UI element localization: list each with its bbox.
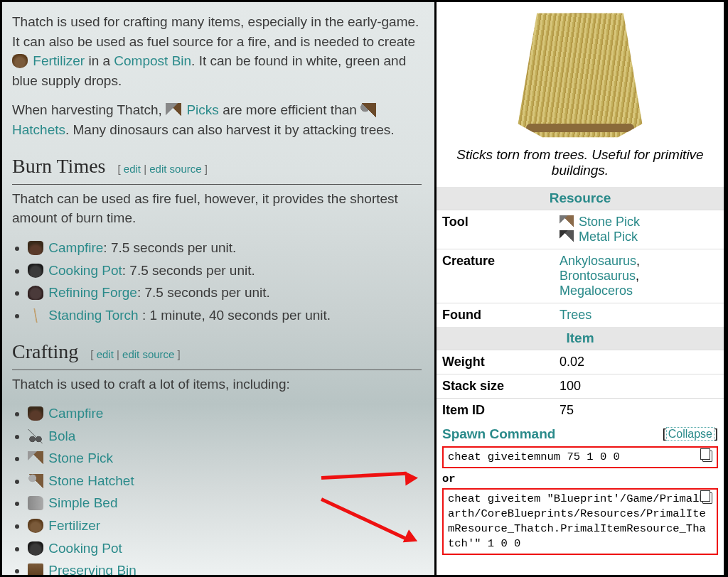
row-weight: Weight 0.02 — [437, 350, 724, 374]
article-body: Thatch is used for crafting many items, … — [2, 2, 434, 575]
item-image-wrap — [437, 2, 724, 144]
burn-list: Campfire: 7.5 seconds per unit. Cooking … — [28, 238, 422, 325]
bola-icon — [28, 429, 43, 443]
list-item: Stone Pick — [28, 448, 422, 468]
row-item-id: Item ID 75 — [437, 398, 724, 422]
spawn-command-label: Spawn Command — [442, 426, 555, 442]
link-ankylosaurus[interactable]: Ankylosaurus — [560, 254, 636, 268]
link-craft-preserving-bin[interactable]: Preserving Bin — [48, 563, 136, 575]
fertilizer-icon — [12, 54, 28, 68]
spawn-command-2: cheat giveitem "Blueprint'/Game/PrimalEa… — [442, 488, 718, 555]
editsrc-burn[interactable]: edit source — [149, 163, 201, 175]
link-craft-bola[interactable]: Bola — [48, 428, 75, 443]
list-item: Preserving Bin — [28, 561, 422, 575]
list-item: Cooking Pot: 7.5 seconds per unit. — [28, 261, 422, 281]
intro-para-1: Thatch is used for crafting many items, … — [12, 12, 422, 90]
edit-links-burn: [ edit | edit source ] — [118, 163, 208, 175]
list-item: Bola — [28, 426, 422, 446]
preserving-bin-icon — [28, 563, 43, 575]
link-campfire[interactable]: Campfire — [48, 240, 103, 255]
row-creature: Creature Ankylosaurus, Brontosaurus, Meg… — [437, 249, 724, 303]
thatch-image — [513, 5, 648, 140]
link-picks[interactable]: Picks — [186, 102, 218, 117]
link-craft-campfire[interactable]: Campfire — [48, 406, 103, 421]
standing-torch-icon — [28, 308, 43, 323]
spawn-command-1: cheat giveitemnum 75 1 0 0 — [442, 446, 718, 468]
list-item: Campfire: 7.5 seconds per unit. — [28, 238, 422, 258]
link-craft-fertilizer[interactable]: Fertilizer — [48, 518, 100, 533]
burn-intro: Thatch can be used as fire fuel, however… — [12, 189, 422, 228]
row-tool: Tool Stone Pick Metal Pick — [437, 210, 724, 249]
edit-links-craft: [ edit | edit source ] — [90, 348, 180, 360]
simple-bed-icon — [28, 496, 43, 510]
row-stack: Stack size 100 — [437, 374, 724, 398]
metal-pick-icon — [560, 230, 574, 243]
pick-icon — [166, 103, 181, 117]
stone-pick-icon — [560, 215, 574, 228]
section-item: Item — [437, 327, 724, 350]
list-item: Cooking Pot — [28, 539, 422, 559]
heading-crafting: Crafting [ edit | edit source ] — [12, 338, 422, 370]
infobox: Sticks torn from trees. Useful for primi… — [434, 2, 726, 575]
link-cooking-pot[interactable]: Cooking Pot — [48, 263, 122, 278]
fertilizer-icon — [28, 519, 43, 533]
link-fertilizer[interactable]: Fertilizer — [33, 53, 85, 68]
link-hatchets[interactable]: Hatchets — [12, 122, 65, 137]
link-compost-bin[interactable]: Compost Bin — [114, 53, 191, 68]
list-item: Standing Torch : 1 minute, 40 seconds pe… — [28, 306, 422, 325]
row-found: Found Trees — [437, 303, 724, 327]
list-item: Campfire — [28, 404, 422, 424]
cooking-pot-icon — [28, 541, 43, 556]
editsrc-craft[interactable]: edit source — [122, 348, 174, 360]
link-craft-stone-pick[interactable]: Stone Pick — [48, 451, 113, 465]
heading-burn-times: Burn Times [ edit | edit source ] — [12, 152, 422, 185]
campfire-icon — [28, 406, 43, 421]
collapse-button[interactable]: Collapse — [666, 427, 714, 441]
link-craft-stone-hatchet[interactable]: Stone Hatchet — [48, 473, 134, 488]
link-brontosaurus[interactable]: Brontosaurus — [560, 269, 636, 283]
link-craft-simple-bed[interactable]: Simple Bed — [48, 495, 117, 510]
copy-icon[interactable] — [702, 451, 712, 462]
hatchet-icon — [360, 103, 376, 117]
stone-hatchet-icon — [28, 474, 43, 488]
edit-craft[interactable]: edit — [97, 348, 114, 360]
row-spawn-command: Spawn Command [Collapse] — [437, 422, 724, 445]
cooking-pot-icon — [28, 264, 43, 278]
list-item: Stone Hatchet — [28, 471, 422, 491]
list-item: Fertilizer — [28, 516, 422, 536]
list-item: Refining Forge: 7.5 seconds per unit. — [28, 283, 422, 303]
link-refining-forge[interactable]: Refining Forge — [48, 285, 137, 300]
link-trees[interactable]: Trees — [560, 308, 592, 322]
list-item: Simple Bed — [28, 493, 422, 513]
craft-list: Campfire Bola Stone Pick Stone Hatchet S… — [28, 404, 422, 575]
section-resource: Resource — [437, 187, 724, 210]
link-standing-torch[interactable]: Standing Torch — [48, 308, 138, 323]
item-caption: Sticks torn from trees. Useful for primi… — [437, 144, 724, 187]
intro-para-2: When harvesting Thatch, Picks are more e… — [12, 100, 422, 139]
link-metal-pick[interactable]: Metal Pick — [579, 230, 638, 244]
spawn-or: or — [442, 473, 718, 485]
link-stone-pick[interactable]: Stone Pick — [579, 215, 640, 229]
edit-burn[interactable]: edit — [124, 163, 141, 175]
wiki-page: Thatch is used for crafting many items, … — [0, 0, 728, 577]
link-craft-cooking-pot[interactable]: Cooking Pot — [48, 541, 122, 556]
refining-forge-icon — [28, 286, 43, 300]
copy-icon[interactable] — [702, 492, 712, 504]
link-megaloceros[interactable]: Megaloceros — [560, 284, 633, 298]
craft-intro: Thatch is used to craft a lot of items, … — [12, 374, 422, 394]
campfire-icon — [28, 241, 43, 255]
stone-pick-icon — [28, 451, 43, 465]
